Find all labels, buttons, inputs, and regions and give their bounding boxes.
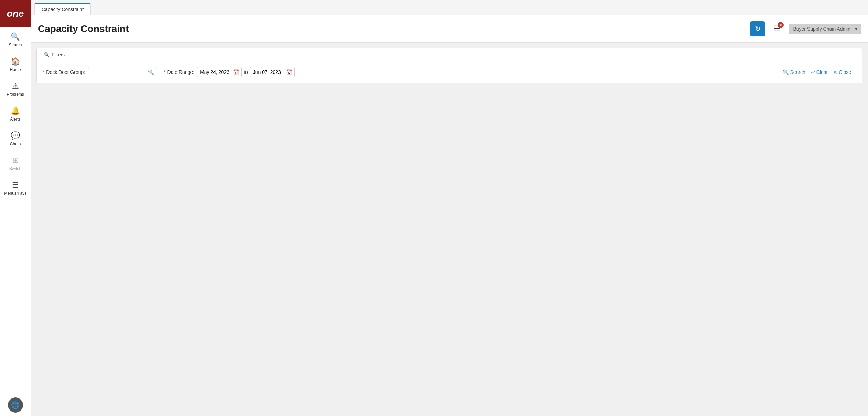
logo-text: one — [7, 8, 24, 19]
date-range-wrap: 📅 to 📅 — [197, 67, 295, 77]
search-icon: 🔍 — [11, 32, 20, 41]
sidebar-item-problems[interactable]: ⚠ Problems — [0, 77, 31, 102]
tab-bar: Capacity Constraint — [31, 0, 868, 15]
dock-door-group-label: * Dock Door Group: — [42, 69, 85, 75]
sidebar-bottom: 🌐 — [0, 397, 31, 416]
date-range-required-marker: * — [163, 69, 165, 75]
menu-icon: ☰ — [12, 181, 19, 190]
sidebar-item-menus-label: Menus/Favs — [4, 191, 26, 196]
sidebar-item-problems-label: Problems — [7, 92, 24, 97]
calendar-from-icon[interactable]: 📅 — [233, 69, 239, 75]
calendar-to-icon[interactable]: 📅 — [286, 69, 292, 75]
filter-panel: 🔍 Filters * Dock Door Group: 🔍 — [36, 48, 862, 83]
header-bar: Capacity Constraint ↻ ☰ ★ Buyer Supply C… — [31, 15, 868, 43]
filter-tab-icon: 🔍 — [44, 52, 50, 57]
sidebar-item-chats-label: Chats — [10, 142, 21, 146]
user-avatar[interactable]: 🌐 — [8, 397, 23, 413]
sidebar-item-home-label: Home — [10, 67, 21, 72]
dock-door-required-marker: * — [42, 69, 44, 75]
sidebar-item-home[interactable]: 🏠 Home — [0, 52, 31, 77]
dock-door-group-input-wrap: 🔍 — [88, 67, 156, 77]
user-dropdown[interactable]: Buyer Supply Chain Admin — [789, 24, 861, 34]
dock-door-group-input[interactable] — [88, 67, 156, 77]
user-name: Buyer Supply Chain Admin — [789, 24, 861, 34]
sidebar-item-search[interactable]: 🔍 Search — [0, 27, 31, 52]
content-area: 🔍 Filters * Dock Door Group: 🔍 — [31, 43, 868, 416]
capacity-constraint-tab[interactable]: Capacity Constraint — [34, 3, 91, 15]
refresh-icon: ↻ — [755, 25, 761, 33]
refresh-button[interactable]: ↻ — [750, 21, 765, 36]
search-button-label: Search — [790, 69, 805, 75]
search-action-icon: 🔍 — [783, 69, 789, 75]
page-title: Capacity Constraint — [38, 23, 750, 34]
dock-door-group-field: * Dock Door Group: 🔍 — [42, 67, 156, 77]
chat-icon: 💬 — [11, 131, 20, 140]
filter-row: * Dock Door Group: 🔍 * Date Range: — [37, 61, 862, 83]
close-button-label: Close — [839, 69, 851, 75]
date-to-label: to — [244, 69, 248, 75]
app-logo[interactable]: one — [0, 0, 31, 27]
date-from-wrap: 📅 — [197, 67, 242, 77]
filters-tab[interactable]: 🔍 Filters — [37, 48, 72, 61]
sidebar-item-search-label: Search — [9, 43, 22, 47]
filters-tab-label: Filters — [52, 52, 65, 57]
date-to-wrap: 📅 — [250, 67, 295, 77]
sidebar-item-alerts-label: Alerts — [10, 117, 21, 122]
sidebar-item-switch[interactable]: ⊞ Switch — [0, 151, 31, 176]
home-icon: 🏠 — [11, 57, 20, 66]
clear-button[interactable]: ↩ Clear — [811, 69, 828, 75]
sidebar: one 🔍 Search 🏠 Home ⚠ Problems 🔔 Alerts … — [0, 0, 31, 416]
close-button[interactable]: ✕ Close — [833, 69, 851, 75]
menu-button[interactable]: ☰ ★ — [771, 23, 783, 35]
main-content: Capacity Constraint Capacity Constraint … — [31, 0, 868, 416]
dock-door-search-icon: 🔍 — [148, 69, 154, 75]
date-range-label: * Date Range: — [163, 69, 194, 75]
warning-icon: ⚠ — [12, 82, 19, 91]
sidebar-item-switch-label: Switch — [9, 166, 21, 171]
sidebar-item-alerts[interactable]: 🔔 Alerts — [0, 102, 31, 126]
date-range-field: * Date Range: 📅 to 📅 — [163, 67, 295, 77]
tab-label: Capacity Constraint — [42, 7, 84, 12]
sidebar-item-menus[interactable]: ☰ Menus/Favs — [0, 176, 31, 201]
clear-button-label: Clear — [816, 69, 828, 75]
sidebar-item-chats[interactable]: 💬 Chats — [0, 126, 31, 151]
close-icon: ✕ — [833, 69, 837, 75]
clear-icon: ↩ — [811, 69, 815, 75]
search-button[interactable]: 🔍 Search — [783, 69, 805, 75]
header-actions: ↻ ☰ ★ Buyer Supply Chain Admin — [750, 21, 861, 36]
switch-icon: ⊞ — [12, 156, 19, 165]
filter-actions: 🔍 Search ↩ Clear ✕ Close — [777, 66, 857, 78]
filter-tabs: 🔍 Filters — [37, 48, 862, 61]
menu-badge: ★ — [778, 22, 784, 28]
bell-icon: 🔔 — [11, 106, 20, 115]
